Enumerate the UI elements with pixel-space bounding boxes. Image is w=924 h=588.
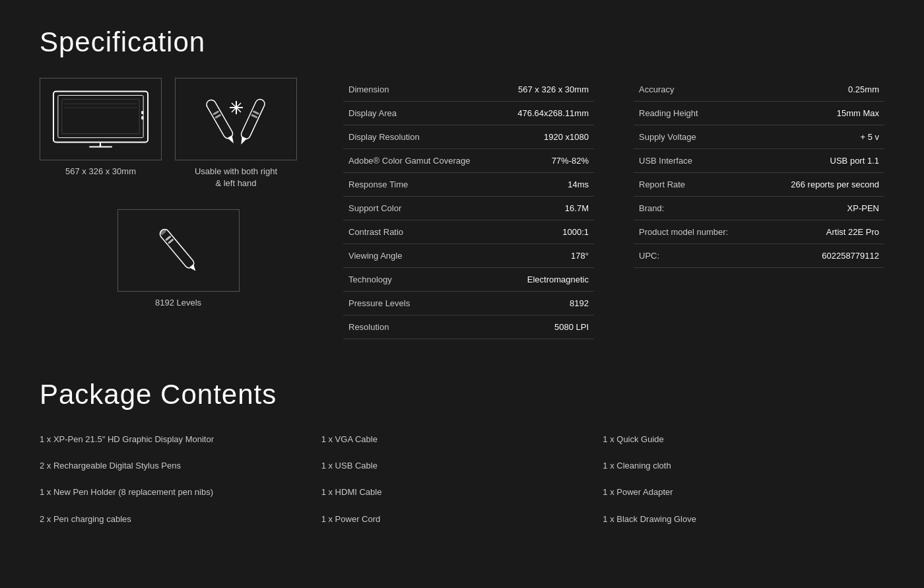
spec-title: Specification: [40, 26, 884, 58]
spec-row: Display Area 476.64x268.11mm: [343, 102, 594, 125]
spec-label: Technology: [343, 268, 498, 292]
spec-label: Brand:: [634, 197, 760, 220]
spec-value: 178°: [498, 244, 594, 268]
spec-row: Adobe® Color Gamut Coverage 77%-82%: [343, 149, 594, 173]
svg-rect-12: [213, 110, 219, 115]
spec-value: 16.7M: [498, 197, 594, 220]
spec-label: USB Interface: [634, 149, 760, 173]
spec-label: Display Resolution: [343, 125, 498, 149]
svg-rect-17: [251, 114, 257, 119]
spec-value: Electromagnetic: [498, 268, 594, 292]
spec-value: 567 x 326 x 30mm: [498, 78, 594, 102]
spec-label: Display Area: [343, 102, 498, 125]
stylus-icon: [197, 88, 276, 150]
spec-label: Contrast Ratio: [343, 220, 498, 244]
spec-row: Report Rate 266 reports per second: [634, 173, 884, 197]
package-item: 1 x New Pen Holder (8 replacement pen ni…: [40, 486, 321, 498]
spec-row: Viewing Angle 178°: [343, 244, 594, 268]
package-title: Package Contents: [40, 379, 884, 410]
spec-row: Response Time 14ms: [343, 173, 594, 197]
package-item: 1 x Cleaning cloth: [603, 460, 884, 472]
spec-tables: Dimension 567 x 326 x 30mm Display Area …: [343, 78, 884, 339]
spec-row: Contrast Ratio 1000:1: [343, 220, 594, 244]
spec-value: 602258779112: [760, 244, 884, 268]
spec-label: Viewing Angle: [343, 244, 498, 268]
spec-label: Dimension: [343, 78, 498, 102]
package-item: 1 x Black Drawing Glove: [603, 513, 884, 525]
package-item: 1 x USB Cable: [321, 460, 603, 472]
svg-point-7: [100, 145, 102, 147]
spec-label: Supply Voltage: [634, 125, 760, 149]
spec-value: 1920 x1080: [498, 125, 594, 149]
package-item: 1 x Power Adapter: [603, 486, 884, 498]
spec-value: 14ms: [498, 173, 594, 197]
package-item: 2 x Rechargeable Digital Stylus Pens: [40, 460, 321, 472]
package-section: Package Contents 1 x XP-Pen 21.5″ HD Gra…: [40, 379, 884, 525]
svg-rect-25: [168, 239, 174, 245]
spec-image-stylus-item: Usable with both right& left hand: [175, 78, 297, 189]
svg-rect-16: [252, 110, 259, 115]
package-item: 1 x VGA Cable: [321, 434, 603, 445]
spec-row: USB Interface USB port 1.1: [634, 149, 884, 173]
spec-row: Support Color 16.7M: [343, 197, 594, 220]
package-grid: 1 x XP-Pen 21.5″ HD Graphic Display Moni…: [40, 434, 884, 525]
main-container: Specification: [0, 0, 924, 552]
spec-images: 567 x 326 x 30mm: [40, 78, 317, 310]
spec-label: UPC:: [634, 244, 760, 268]
spec-label: Adobe® Color Gamut Coverage: [343, 149, 498, 173]
svg-rect-2: [62, 99, 139, 133]
spec-image-pen-item: 8192 Levels: [40, 209, 317, 309]
spec-content: 567 x 326 x 30mm: [40, 78, 884, 339]
spec-table-right: Accuracy 0.25mm Reading Height 15mm Max …: [614, 78, 884, 339]
spec-label: Report Rate: [634, 173, 760, 197]
svg-rect-10: [205, 98, 234, 140]
spec-label: Pressure Levels: [343, 292, 498, 315]
spec-table-left: Dimension 567 x 326 x 30mm Display Area …: [343, 78, 594, 339]
svg-marker-15: [238, 136, 246, 145]
pen-image-box: [117, 209, 240, 292]
spec-row: Resolution 5080 LPI: [343, 315, 594, 339]
svg-rect-6: [141, 116, 143, 119]
spec-value: 5080 LPI: [498, 315, 594, 339]
spec-label: Resolution: [343, 315, 498, 339]
package-item: 1 x XP-Pen 21.5″ HD Graphic Display Moni…: [40, 434, 321, 445]
specification-section: Specification: [40, 26, 884, 339]
spec-label: Response Time: [343, 173, 498, 197]
svg-rect-1: [58, 95, 143, 137]
spec-row: Dimension 567 x 326 x 30mm: [343, 78, 594, 102]
pen-icon: [145, 219, 211, 282]
spec-value: 77%-82%: [498, 149, 594, 173]
spec-row: Display Resolution 1920 x1080: [343, 125, 594, 149]
svg-marker-11: [227, 135, 236, 145]
spec-row: Pressure Levels 8192: [343, 292, 594, 315]
spec-row: Supply Voltage + 5 v: [634, 125, 884, 149]
spec-value: + 5 v: [760, 125, 884, 149]
spec-label: Product model number:: [634, 220, 760, 244]
monitor-caption: 567 x 326 x 30mm: [65, 166, 136, 178]
svg-rect-13: [214, 114, 221, 119]
svg-rect-14: [240, 98, 266, 141]
package-item: 1 x Power Cord: [321, 513, 603, 525]
monitor-icon: [50, 88, 151, 150]
spec-row: UPC: 602258779112: [634, 244, 884, 268]
spec-value: USB port 1.1: [760, 149, 884, 173]
spec-value: 476.64x268.11mm: [498, 102, 594, 125]
svg-line-26: [167, 230, 185, 251]
svg-rect-24: [165, 236, 172, 242]
spec-row: Product model number: Artist 22E Pro: [634, 220, 884, 244]
spec-images-top: 567 x 326 x 30mm: [40, 78, 317, 189]
package-column-1: 1 x XP-Pen 21.5″ HD Graphic Display Moni…: [40, 434, 321, 525]
spec-label: Support Color: [343, 197, 498, 220]
spec-value: 15mm Max: [760, 102, 884, 125]
spec-label: Reading Height: [634, 102, 760, 125]
package-item: 2 x Pen charging cables: [40, 513, 321, 525]
spec-row: Accuracy 0.25mm: [634, 78, 884, 102]
svg-rect-0: [53, 92, 148, 143]
monitor-image-box: [40, 78, 162, 160]
spec-image-monitor-item: 567 x 326 x 30mm: [40, 78, 162, 189]
spec-label: Accuracy: [634, 78, 760, 102]
stylus-image-box: [175, 78, 297, 160]
package-column-3: 1 x Quick Guide1 x Cleaning cloth1 x Pow…: [603, 434, 884, 525]
package-column-2: 1 x VGA Cable1 x USB Cable1 x HDMI Cable…: [321, 434, 603, 525]
spec-row: Brand: XP-PEN: [634, 197, 884, 220]
